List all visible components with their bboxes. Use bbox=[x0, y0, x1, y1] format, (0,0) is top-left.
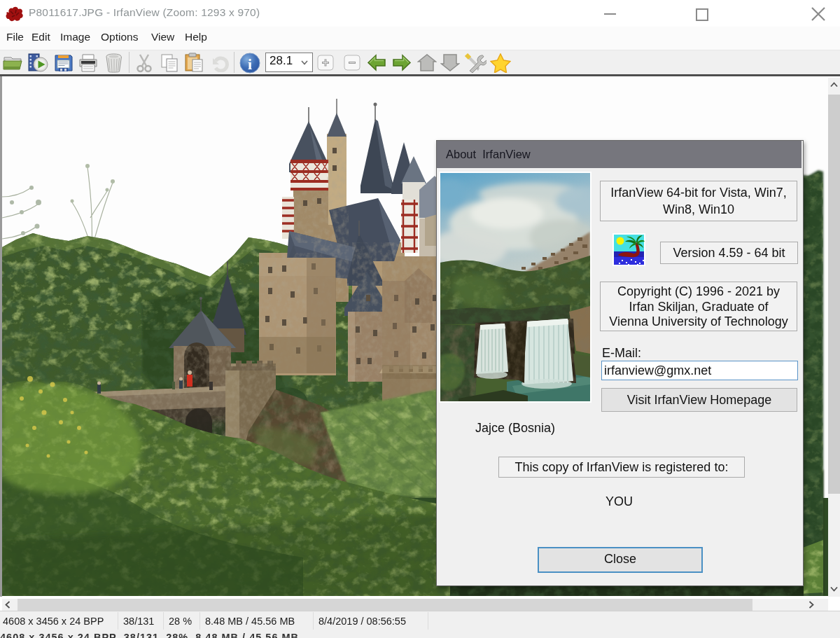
svg-text:i: i bbox=[248, 55, 252, 73]
